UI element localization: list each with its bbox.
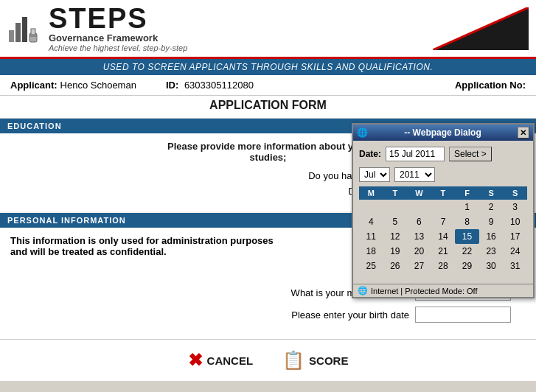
dialog-statusbar: 🌐 Internet | Protected Mode: Off — [353, 284, 533, 297]
calendar-week-row: 123 — [359, 200, 527, 214]
birthdate-label: Please enter your birth date — [291, 309, 409, 321]
calendar-day[interactable]: 25 — [359, 259, 383, 273]
calendar-day-empty — [431, 273, 456, 278]
calendar-day[interactable]: 15 — [455, 229, 479, 244]
calendar-body: 1234567891011121314151617181920212223242… — [359, 200, 527, 278]
calendar-day[interactable]: 13 — [407, 229, 431, 244]
logo: STEPS Governance Framework Achieve the h… — [7, 4, 187, 52]
calendar-day[interactable]: 16 — [479, 229, 504, 244]
calendar-header-row: M T W T F S S — [359, 186, 527, 200]
calendar-day-empty — [479, 273, 504, 278]
cal-header-wed: W — [407, 186, 431, 200]
id-value: 6303305112080 — [184, 80, 254, 91]
calendar-day-empty — [359, 200, 383, 214]
header-triangle — [433, 7, 529, 50]
calendar-day[interactable]: 20 — [407, 244, 431, 259]
cal-header-fri: F — [455, 186, 479, 200]
logo-tagline: Achieve the highest level, step-by-step — [49, 43, 187, 52]
cal-header-tue: T — [383, 186, 408, 200]
score-button[interactable]: 📋 SCORE — [282, 350, 348, 371]
cancel-icon: ✖ — [188, 350, 203, 371]
calendar-day[interactable]: 22 — [455, 244, 479, 259]
cancel-button[interactable]: ✖ CANCEL — [188, 350, 254, 371]
calendar-day[interactable]: 7 — [431, 214, 456, 229]
calendar-day[interactable]: 6 — [407, 214, 431, 229]
header: STEPS Governance Framework Achieve the h… — [0, 0, 536, 59]
dialog-nav-row: Jul 2011 — [359, 167, 527, 182]
dialog-month-select[interactable]: Jul — [359, 167, 390, 182]
svg-rect-1 — [15, 23, 21, 42]
calendar-day[interactable]: 23 — [479, 244, 504, 259]
calendar-day[interactable]: 12 — [383, 229, 408, 244]
svg-rect-0 — [9, 30, 14, 42]
dialog-overlay: 🌐 -- Webpage Dialog ✕ Date: Select > Jul — [352, 123, 535, 298]
app-no: Application No: — [455, 80, 526, 91]
calendar-day-empty — [407, 273, 431, 278]
calendar-day[interactable]: 19 — [383, 244, 408, 259]
calendar-day[interactable]: 21 — [431, 244, 456, 259]
dialog-titlebar: 🌐 -- Webpage Dialog ✕ — [353, 125, 533, 141]
calendar-day[interactable]: 26 — [383, 259, 408, 273]
calendar-day[interactable]: 10 — [503, 214, 527, 229]
score-label: SCORE — [309, 354, 348, 367]
calendar-day[interactable]: 4 — [359, 214, 383, 229]
svg-rect-4 — [31, 29, 35, 35]
applicant-label: Applicant: — [10, 80, 58, 91]
dialog-year-select[interactable]: 2011 — [394, 167, 435, 182]
calendar-day-empty — [383, 273, 408, 278]
calendar-day[interactable]: 1 — [455, 200, 479, 214]
calendar-day[interactable]: 3 — [503, 200, 527, 214]
personal-description: This information is only used for admini… — [10, 235, 290, 257]
dialog-statusbar-text: Internet | Protected Mode: Off — [371, 287, 478, 295]
dialog-date-row: Date: Select > — [359, 147, 527, 161]
calendar-day[interactable]: 9 — [479, 214, 504, 229]
dialog-close-button[interactable]: ✕ — [518, 127, 529, 139]
calendar-day[interactable]: 2 — [479, 200, 504, 214]
dialog-titlebar-icon: 🌐 — [357, 127, 368, 138]
calendar-day-empty — [383, 200, 408, 214]
calendar-day[interactable]: 17 — [503, 229, 527, 244]
logo-icon — [7, 10, 43, 48]
calendar-day[interactable]: 5 — [383, 214, 408, 229]
applicant-bar: Applicant: Henco Schoeman ID: 6303305112… — [0, 75, 536, 96]
dialog-statusbar-icon: 🌐 — [358, 286, 368, 295]
calendar-table: M T W T F S S 12345678910111213141516171… — [359, 186, 527, 278]
main-area: EDUCATION Please provide more informatio… — [0, 119, 536, 339]
calendar-day[interactable]: 11 — [359, 229, 383, 244]
cal-header-mon: M — [359, 186, 383, 200]
calendar-day[interactable]: 14 — [431, 229, 456, 244]
cal-header-thu: T — [431, 186, 456, 200]
applicant-name: Henco Schoeman — [60, 80, 136, 91]
form-title: APPLICATION FORM — [0, 96, 536, 119]
calendar-week-row: 25262728293031 — [359, 259, 527, 273]
calendar-day[interactable]: 28 — [431, 259, 456, 273]
dialog-select-button[interactable]: Select > — [449, 147, 492, 161]
dialog-date-input[interactable] — [386, 147, 445, 161]
calendar-day[interactable]: 30 — [479, 259, 504, 273]
banner: USED TO SCREEN APPLICANTS THROUGH SKILLS… — [0, 59, 536, 75]
calendar-day[interactable]: 27 — [407, 259, 431, 273]
calendar-week-row — [359, 273, 527, 278]
dialog-title: -- Webpage Dialog — [404, 127, 481, 138]
calendar-day[interactable]: 8 — [455, 214, 479, 229]
calendar-day[interactable]: 18 — [359, 244, 383, 259]
dialog-date-label: Date: — [359, 149, 381, 159]
calendar-day[interactable]: 24 — [503, 244, 527, 259]
calendar-day[interactable]: 29 — [455, 259, 479, 273]
calendar-week-row: 45678910 — [359, 214, 527, 229]
bottom-bar: ✖ CANCEL 📋 SCORE — [0, 339, 536, 381]
dialog-content: Date: Select > Jul 2011 — [353, 141, 533, 284]
svg-rect-2 — [22, 17, 27, 42]
calendar-day-empty — [503, 273, 527, 278]
logo-governance: Governance Framework — [49, 32, 187, 43]
calendar-day-empty — [431, 200, 456, 214]
cal-header-sat: S — [479, 186, 504, 200]
birthdate-input[interactable] — [415, 307, 511, 323]
logo-steps-text: STEPS — [49, 4, 187, 32]
id-section: ID: 6303305112080 — [166, 80, 254, 91]
calendar-day[interactable]: 31 — [503, 259, 527, 273]
calendar-day-empty — [407, 200, 431, 214]
logo-text: STEPS Governance Framework Achieve the h… — [49, 4, 187, 52]
calendar-week-row: 11121314151617 — [359, 229, 527, 244]
calendar-day-empty — [359, 273, 383, 278]
